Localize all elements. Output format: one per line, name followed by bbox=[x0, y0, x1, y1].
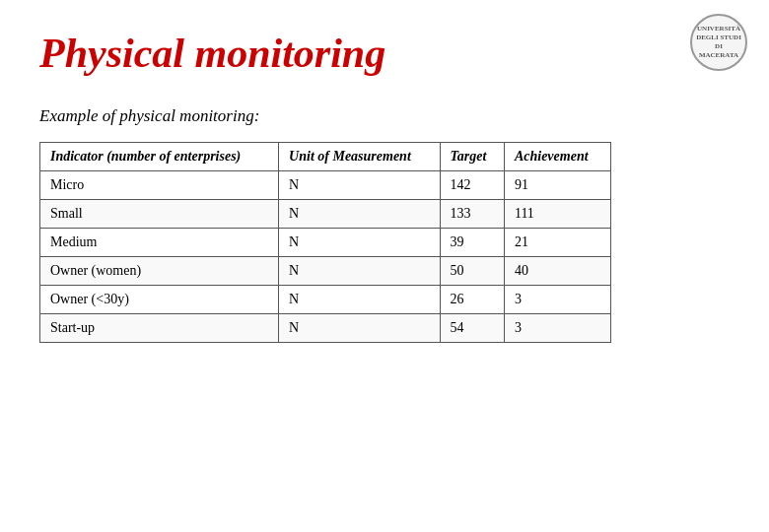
table-cell: N bbox=[279, 314, 440, 343]
monitoring-table: Indicator (number of enterprises) Unit o… bbox=[39, 142, 611, 343]
table-cell: 111 bbox=[504, 200, 610, 229]
col-header-achievement: Achievement bbox=[504, 143, 610, 171]
col-header-unit: Unit of Measurement bbox=[279, 143, 440, 171]
table-cell: 54 bbox=[440, 314, 504, 343]
table-cell: Start-up bbox=[40, 314, 279, 343]
table-cell: Medium bbox=[40, 229, 279, 257]
university-logo: UNIVERSITÀDEGLI STUDIDIMACERATA bbox=[690, 14, 749, 73]
table-cell: Owner (women) bbox=[40, 257, 279, 286]
table-row: Start-upN543 bbox=[40, 314, 611, 343]
table-header-row: Indicator (number of enterprises) Unit o… bbox=[40, 143, 611, 171]
table-cell: Micro bbox=[40, 171, 279, 200]
table-cell: 40 bbox=[504, 257, 610, 286]
table-cell: N bbox=[279, 171, 440, 200]
table-cell: 3 bbox=[504, 314, 610, 343]
table-row: MediumN3921 bbox=[40, 229, 611, 257]
table-row: Owner (<30y)N263 bbox=[40, 286, 611, 314]
table-cell: 91 bbox=[504, 171, 610, 200]
table-row: Owner (women)N5040 bbox=[40, 257, 611, 286]
col-header-indicator: Indicator (number of enterprises) bbox=[40, 143, 279, 171]
table-cell: N bbox=[279, 229, 440, 257]
col-header-target: Target bbox=[440, 143, 504, 171]
table-cell: N bbox=[279, 200, 440, 229]
table-row: MicroN14291 bbox=[40, 171, 611, 200]
table-cell: 39 bbox=[440, 229, 504, 257]
page: UNIVERSITÀDEGLI STUDIDIMACERATA Physical… bbox=[0, 0, 769, 532]
table-cell: 133 bbox=[440, 200, 504, 229]
table-cell: 142 bbox=[440, 171, 504, 200]
table-cell: Owner (<30y) bbox=[40, 286, 279, 314]
section-subtitle: Example of physical monitoring: bbox=[39, 106, 730, 126]
table-cell: 50 bbox=[440, 257, 504, 286]
table-cell: N bbox=[279, 257, 440, 286]
logo-text: UNIVERSITÀDEGLI STUDIDIMACERATA bbox=[694, 23, 743, 62]
page-title: Physical monitoring bbox=[39, 30, 730, 77]
table-cell: 21 bbox=[504, 229, 610, 257]
table-cell: 26 bbox=[440, 286, 504, 314]
table-row: SmallN133111 bbox=[40, 200, 611, 229]
table-cell: N bbox=[279, 286, 440, 314]
table-cell: Small bbox=[40, 200, 279, 229]
table-cell: 3 bbox=[504, 286, 610, 314]
